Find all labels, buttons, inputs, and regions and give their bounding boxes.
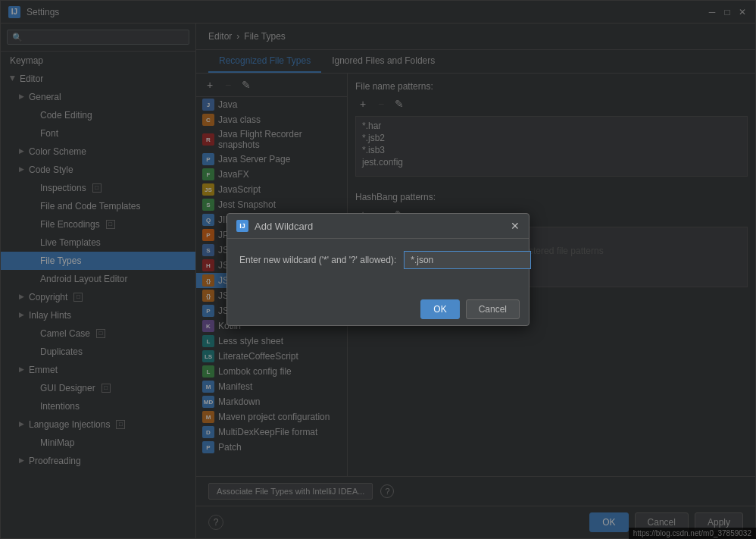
modal-header: IJ Add Wildcard ✕: [227, 214, 529, 239]
modal-title-area: IJ Add Wildcard: [236, 220, 313, 232]
modal-ok-button[interactable]: OK: [420, 299, 459, 319]
modal-input-label: Enter new wildcard ('*' and '?' allowed)…: [239, 255, 396, 265]
modal-input-row: Enter new wildcard ('*' and '?' allowed)…: [239, 251, 517, 269]
modal-wildcard-input[interactable]: [404, 251, 531, 269]
modal-overlay: IJ Add Wildcard ✕ Enter new wildcard ('*…: [0, 0, 756, 539]
modal-app-icon: IJ: [236, 220, 248, 232]
add-wildcard-modal: IJ Add Wildcard ✕ Enter new wildcard ('*…: [226, 213, 530, 326]
modal-title: Add Wildcard: [255, 221, 313, 232]
modal-body: Enter new wildcard ('*' and '?' allowed)…: [227, 239, 529, 293]
modal-close-button[interactable]: ✕: [511, 220, 520, 232]
modal-footer: OK Cancel: [227, 293, 529, 325]
modal-cancel-button[interactable]: Cancel: [466, 299, 520, 319]
